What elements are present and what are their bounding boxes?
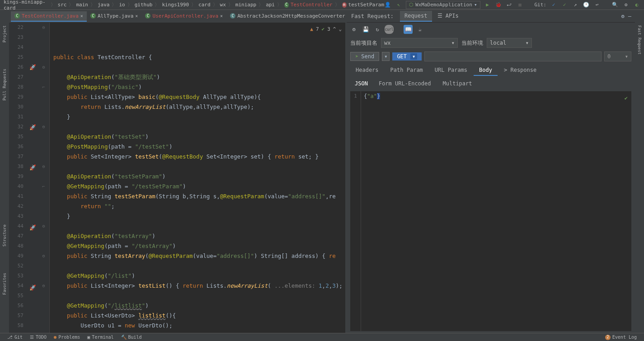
editor-body[interactable]: 2223242526272829303132353637383940414243…: [9, 23, 345, 333]
close-icon[interactable]: ×: [220, 14, 223, 19]
fast-request-toolwindow[interactable]: Fast Request: [637, 23, 642, 56]
send-button[interactable]: ➤Send: [350, 52, 379, 61]
vcs-history-icon[interactable]: 🕐: [583, 1, 590, 9]
inspection-widget[interactable]: ▲7 ✔3 ^ ⌄: [310, 24, 342, 34]
tab-label: UserApiController.java: [152, 13, 218, 19]
crumb[interactable]: src: [58, 2, 67, 8]
crumb-class[interactable]: TestController: [291, 2, 333, 8]
count-select[interactable]: 0▾: [604, 51, 631, 61]
run-configuration-select[interactable]: ⬡ WxMaDemoApplication ▾: [406, 1, 480, 9]
minimize-icon[interactable]: —: [628, 13, 631, 19]
pullrequests-toolwindow[interactable]: Pull Requests: [2, 67, 7, 102]
curl-icon[interactable]: curl: [385, 25, 394, 34]
tab-label: TestController.java: [22, 13, 79, 19]
crumb[interactable]: miniapp: [235, 2, 256, 8]
tab-label: AllType.java: [98, 13, 133, 19]
request-toolbar: ⚙ 💾 ↻ curl 📖 ☕: [347, 23, 635, 36]
tab-response[interactable]: > Response: [498, 65, 542, 76]
class-icon: C: [90, 13, 96, 19]
git-toolwindow[interactable]: ⎇Git: [4, 335, 26, 340]
send-dropdown[interactable]: ▾: [382, 52, 390, 61]
warn-icon: [54, 336, 56, 339]
structure-toolwindow[interactable]: Structure: [2, 223, 7, 248]
vcs-update-icon[interactable]: ✓: [550, 1, 557, 9]
notifications-icon[interactable]: ◐: [633, 1, 640, 9]
class-icon: C: [14, 13, 20, 19]
crumb[interactable]: kings-miniapp-card: [4, 0, 48, 11]
body-editor[interactable]: 1 {"a"} ✔: [350, 91, 631, 331]
editor-tab[interactable]: CTestController.java×: [11, 11, 87, 22]
vcs-commit-icon[interactable]: ✓: [561, 1, 568, 9]
favorites-toolwindow[interactable]: Favorites: [2, 271, 7, 297]
env-select[interactable]: local▾: [487, 38, 532, 48]
ok-count: 3: [327, 24, 330, 34]
vcs-label: Git:: [535, 2, 547, 8]
settings-icon[interactable]: ⚙: [349, 25, 358, 34]
event-log[interactable]: 2Event Log: [602, 335, 640, 340]
close-icon[interactable]: ×: [80, 14, 83, 19]
crumb[interactable]: github: [135, 2, 153, 8]
method-select[interactable]: GET▾: [392, 52, 422, 61]
list-icon: ☰: [30, 335, 34, 340]
close-icon[interactable]: ×: [135, 14, 138, 19]
tab-url-params[interactable]: URL Params: [429, 65, 473, 76]
run-coverage-icon[interactable]: ⮐: [506, 1, 513, 9]
run-icon[interactable]: ▶: [484, 1, 491, 9]
crumb[interactable]: api: [266, 2, 275, 8]
terminal-toolwindow[interactable]: ▣Terminal: [84, 335, 117, 340]
gear-icon[interactable]: ⚙: [621, 13, 625, 19]
crumb-method[interactable]: testSetParam: [348, 2, 384, 8]
chevron-down-icon: ▾: [526, 40, 529, 46]
project-toolwindow[interactable]: Project: [2, 23, 7, 44]
chevron-down-icon: ▾: [625, 53, 628, 60]
chevron-up-icon[interactable]: ^: [333, 24, 336, 34]
crumb[interactable]: card: [198, 2, 211, 8]
save-icon[interactable]: 💾: [361, 25, 370, 34]
code-content[interactable]: ▲7 ✔3 ^ ⌄ public class TestController { …: [50, 23, 345, 333]
env-label: 当前环境: [461, 39, 483, 47]
crumb[interactable]: main: [76, 2, 88, 8]
debug-icon[interactable]: 🐞: [495, 1, 502, 9]
back-arrow-icon[interactable]: ↖: [395, 1, 402, 9]
vcs-rollback-icon[interactable]: ↩: [593, 1, 601, 9]
search-icon[interactable]: 🔍: [611, 1, 619, 9]
class-icon: C: [284, 2, 289, 8]
tool-header: Fast Request: Request ☰ APIs ⚙ —: [347, 10, 635, 23]
tab-path-param[interactable]: Path Param: [385, 65, 428, 76]
crumb[interactable]: wx: [220, 2, 226, 8]
problems-toolwindow[interactable]: Problems: [50, 335, 84, 340]
editor-tab[interactable]: CUserApiController.java×: [141, 11, 226, 22]
tool-tab-request[interactable]: Request: [400, 11, 432, 22]
tool-tab-apis[interactable]: ☰ APIs: [433, 11, 463, 22]
user-icon[interactable]: 👤: [384, 1, 391, 9]
settings-icon[interactable]: ⚙: [622, 1, 630, 9]
coffee-icon[interactable]: ☕: [415, 25, 424, 34]
editor-area: CTestController.java× CAllType.java× CUs…: [9, 10, 345, 333]
tab-body[interactable]: Body: [474, 65, 498, 76]
chevron-down-icon[interactable]: ⌄: [338, 24, 342, 34]
url-input[interactable]: [424, 51, 602, 61]
vcs-push-icon[interactable]: ↗: [572, 1, 579, 9]
stop-icon[interactable]: ■: [517, 1, 524, 9]
crumb[interactable]: java: [98, 2, 110, 8]
todo-toolwindow[interactable]: ☰TODO: [26, 335, 50, 340]
doc-icon[interactable]: 📖: [404, 25, 413, 34]
refresh-icon[interactable]: ↻: [373, 25, 382, 34]
chevron-down-icon: ▾: [474, 2, 477, 8]
tab-headers[interactable]: Headers: [350, 65, 384, 76]
breadcrumb[interactable]: kings-miniapp-card〉 src〉 main〉 java〉 io〉…: [4, 0, 384, 11]
right-toolwindow-bar: Fast Request: [635, 10, 644, 333]
project-select[interactable]: wx▾: [381, 38, 458, 48]
body-tab-json[interactable]: JSON: [350, 79, 372, 89]
gutter-icons[interactable]: 🚀 🚀 🚀 🚀 🚀: [27, 23, 38, 333]
crumb[interactable]: kings1990: [162, 2, 189, 8]
body-tab-form[interactable]: Form URL-Encoded: [373, 79, 437, 89]
editor-tab[interactable]: CAllType.java×: [87, 11, 142, 22]
fold-gutter[interactable]: ⊖ ⊖ ⌐ ⊖ ⊖ ⌐ ⊖ ⊖ ⊖: [38, 23, 50, 333]
crumb[interactable]: io: [119, 2, 125, 8]
class-icon: C: [230, 13, 235, 19]
warn-count: 7: [316, 24, 319, 34]
body-tab-multipart[interactable]: Multipart: [437, 79, 478, 89]
build-toolwindow[interactable]: 🔨Build: [118, 335, 146, 340]
body-code[interactable]: {"a"} ✔: [361, 91, 631, 331]
